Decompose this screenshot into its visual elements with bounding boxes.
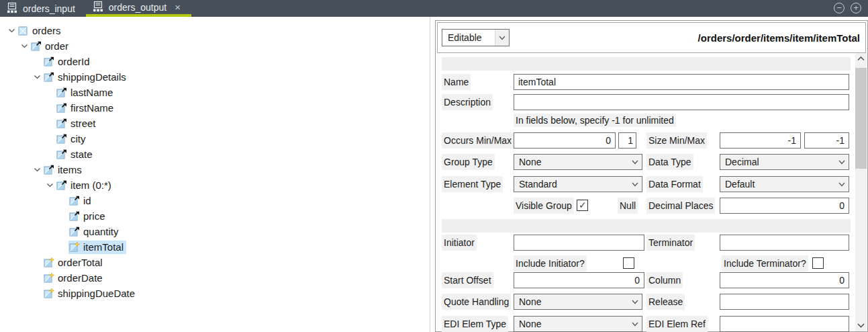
tree-item-label: orderId <box>58 55 93 69</box>
edi-elem-type-select[interactable]: None <box>514 316 642 332</box>
size-min-input[interactable] <box>720 132 801 149</box>
tree-collapse-icon[interactable] <box>31 165 43 175</box>
element-type-select[interactable]: Standard <box>514 176 642 192</box>
tree-item-label: order <box>45 40 71 53</box>
close-tab-icon[interactable]: × <box>175 1 181 13</box>
tree-item-quantity[interactable]: quantity <box>0 224 430 239</box>
schema-node-icon <box>69 226 80 237</box>
tree-item-itemtotal[interactable]: itemTotal <box>0 239 430 255</box>
tree-item-orderdate[interactable]: orderDate <box>0 270 430 286</box>
tree-item-firstname[interactable]: firstName <box>0 100 430 116</box>
include-initiator-checkbox[interactable] <box>623 257 634 269</box>
tree-item-label: shippingDetails <box>58 71 129 84</box>
tree-item-street[interactable]: street <box>0 116 430 131</box>
occurs-minmax-label: Occurs Min/Max <box>442 132 514 149</box>
tab-label: orders_input <box>23 3 75 14</box>
tree-collapse-icon[interactable] <box>5 26 17 36</box>
quote-handling-value: None <box>514 296 628 307</box>
visible-group-checkbox[interactable] <box>577 200 588 211</box>
scroll-down-icon[interactable] <box>855 320 867 331</box>
tree-item-orders[interactable]: orders <box>0 23 430 38</box>
tree-item-shippingduedate[interactable]: shippingDueDate <box>0 286 430 301</box>
schema-node-icon <box>69 211 80 221</box>
tree-item-label: street <box>70 117 99 130</box>
start-offset-input[interactable] <box>514 272 644 288</box>
scrollbar-thumb[interactable] <box>855 68 867 169</box>
occurs-max-input[interactable] <box>618 132 636 149</box>
properties-form: Name Description In fields below, specif… <box>436 53 855 331</box>
tree-item-id[interactable]: id <box>0 193 430 208</box>
data-format-label: Data Format <box>646 176 703 192</box>
include-initiator-label: Include Initiator? <box>514 255 587 272</box>
tree-twisty-spacer <box>56 212 68 221</box>
size-max-input[interactable] <box>804 132 849 149</box>
collapse-all-button[interactable]: − <box>834 3 845 13</box>
tree-item-lastname[interactable]: lastName <box>0 85 430 100</box>
tree-item-price[interactable]: price <box>0 208 430 224</box>
tree-collapse-icon[interactable] <box>31 73 43 82</box>
tree-item-order[interactable]: order <box>0 38 430 54</box>
chevron-down-icon <box>628 160 642 165</box>
initiator-label: Initiator <box>442 235 477 251</box>
quote-handling-select[interactable]: None <box>514 294 642 310</box>
visible-group-label: Visible Group <box>514 198 574 214</box>
tree-item-city[interactable]: city <box>0 131 430 147</box>
tree-item-state[interactable]: state <box>0 147 430 162</box>
schema-node-new-icon <box>44 257 54 267</box>
tree-item-label: items <box>58 163 85 177</box>
edi-elem-ref-input[interactable] <box>720 316 849 332</box>
element-type-label: Element Type <box>442 176 503 192</box>
scroll-up-icon[interactable] <box>855 53 867 65</box>
data-type-select[interactable]: Decimal <box>720 154 849 170</box>
tree-twisty-spacer <box>44 103 56 113</box>
schema-node-icon <box>31 41 42 51</box>
occurs-min-input[interactable] <box>514 132 616 149</box>
data-format-select[interactable]: Default <box>720 176 849 192</box>
start-offset-label: Start Offset <box>442 272 493 288</box>
description-input[interactable] <box>514 94 849 110</box>
terminator-input[interactable] <box>720 235 849 251</box>
tree-twisty-spacer <box>44 119 56 128</box>
decimal-places-input[interactable] <box>720 198 849 214</box>
tab-orders-input[interactable]: orders_input <box>0 0 86 17</box>
tree-twisty-spacer <box>44 88 56 97</box>
initiator-input[interactable] <box>514 235 644 251</box>
tree-item-orderid[interactable]: orderId <box>0 54 430 69</box>
chevron-down-icon <box>835 160 849 165</box>
tree-item-items[interactable]: items <box>0 162 430 177</box>
release-input[interactable] <box>720 294 849 310</box>
section-divider <box>442 57 851 71</box>
tab-label: orders_output <box>109 2 166 13</box>
schema-tab-icon <box>93 1 103 14</box>
tree-twisty-spacer <box>31 274 43 283</box>
tree-item-ordertotal[interactable]: orderTotal <box>0 255 430 270</box>
schema-node-icon <box>56 180 67 190</box>
tree-collapse-icon[interactable] <box>44 181 56 190</box>
column-input[interactable] <box>720 272 849 288</box>
schema-node-icon <box>56 134 67 144</box>
schema-node-icon <box>44 165 54 175</box>
include-terminator-checkbox[interactable] <box>812 257 824 269</box>
size-minmax-label: Size Min/Max <box>646 132 707 149</box>
chevron-down-icon <box>495 30 509 46</box>
vertical-scrollbar[interactable] <box>855 53 867 331</box>
node-path: /orders/order/items/item/itemTotal <box>698 23 860 52</box>
schema-node-new-icon <box>69 242 80 252</box>
tree-collapse-icon[interactable] <box>18 42 30 51</box>
group-type-select[interactable]: None <box>514 154 642 170</box>
schema-tab-icon <box>7 2 17 15</box>
tree-item-shippingdetails[interactable]: shippingDetails <box>0 69 430 85</box>
chevron-down-icon <box>628 322 642 327</box>
expand-all-button[interactable]: + <box>851 3 861 13</box>
tree-item-label: item (0:*) <box>70 179 114 192</box>
name-input[interactable] <box>514 74 849 90</box>
tab-orders-output[interactable]: orders_output × <box>86 0 191 17</box>
tree-twisty-spacer <box>31 289 43 298</box>
tree-item-item-0-[interactable]: item (0:*) <box>0 177 430 193</box>
release-label: Release <box>646 294 685 310</box>
tree-twisty-spacer <box>31 258 43 267</box>
unlimited-hint: In fields below, specify -1 for unlimite… <box>514 114 676 127</box>
data-type-label: Data Type <box>646 154 693 170</box>
schema-node-icon <box>56 149 67 159</box>
edit-mode-select[interactable]: Editable <box>442 29 510 46</box>
